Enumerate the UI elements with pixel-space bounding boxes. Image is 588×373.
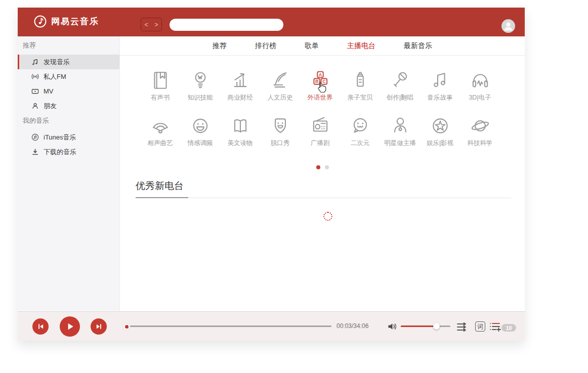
category-crosstalk[interactable]: 相声曲艺 bbox=[140, 115, 180, 148]
sidebar: 推荐 发现音乐 私人FM MV bbox=[18, 36, 120, 311]
category-star-host[interactable]: 明星做主播 bbox=[380, 115, 420, 148]
itunes-icon bbox=[31, 133, 39, 141]
app-logo: 网易云音乐 bbox=[33, 15, 99, 28]
play-icon bbox=[65, 322, 74, 331]
radio-icon bbox=[310, 115, 331, 136]
playlist-button[interactable] bbox=[489, 322, 501, 334]
abc-blocks-icon: A B C bbox=[310, 70, 331, 91]
play-mode-button[interactable] bbox=[456, 322, 469, 334]
tab-radio[interactable]: 主播电台 bbox=[347, 41, 375, 51]
category-business[interactable]: 商业财经 bbox=[220, 70, 260, 102]
netease-logo-icon bbox=[33, 15, 47, 28]
previous-track-button[interactable] bbox=[32, 318, 49, 335]
category-radio-drama[interactable]: 广播剧 bbox=[300, 115, 340, 148]
default-avatar-icon bbox=[501, 19, 515, 33]
category-talkshow[interactable]: 脱口秀 bbox=[260, 115, 300, 148]
player-bar: 00:03/34:06 词 bbox=[18, 311, 525, 341]
content-tabbar: 推荐 排行榜 歌单 主播电台 最新音乐 bbox=[120, 36, 525, 56]
section-title: 优秀新电台 bbox=[136, 179, 511, 193]
svg-text:A: A bbox=[318, 72, 322, 77]
tab-newest-music[interactable]: 最新音乐 bbox=[404, 41, 432, 51]
sidebar-section-recommend: 推荐 bbox=[18, 36, 119, 55]
app-title: 网易云音乐 bbox=[51, 16, 99, 27]
volume-slider[interactable] bbox=[401, 325, 450, 327]
sidebar-item-label: 私人FM bbox=[44, 72, 66, 81]
category-science[interactable]: 科技科学 bbox=[460, 115, 500, 148]
book-icon bbox=[150, 70, 171, 91]
smiley-icon bbox=[190, 115, 211, 136]
tab-recommend[interactable]: 推荐 bbox=[213, 41, 227, 51]
sidebar-item-downloaded-music[interactable]: 下载的音乐 bbox=[18, 145, 119, 159]
lyrics-button[interactable]: 词 bbox=[475, 321, 485, 332]
forward-button[interactable]: > bbox=[151, 18, 161, 31]
star-circle-icon bbox=[430, 115, 451, 136]
category-music-story[interactable]: 音乐故事 bbox=[420, 70, 460, 102]
search-input[interactable] bbox=[170, 19, 283, 31]
category-audiobook[interactable]: 有声书 bbox=[140, 70, 180, 102]
sidebar-item-label: MV bbox=[44, 87, 54, 95]
volume-fill bbox=[401, 325, 437, 327]
history-nav: < > bbox=[141, 18, 162, 31]
user-avatar[interactable] bbox=[501, 19, 515, 33]
category-emotion-fm[interactable]: 情感调频 bbox=[180, 115, 220, 148]
radio-category-grid: 有声书 知识技能 商业财经 bbox=[140, 70, 525, 148]
folding-fan-icon bbox=[150, 115, 171, 136]
headphones-icon bbox=[470, 70, 491, 91]
volume-handle[interactable] bbox=[433, 323, 440, 330]
category-essay-reading[interactable]: 美文读物 bbox=[220, 115, 260, 148]
category-pagination bbox=[120, 165, 525, 169]
category-entertainment[interactable]: 娱乐|影视 bbox=[420, 115, 460, 148]
comedy-mask-icon bbox=[270, 115, 291, 136]
header-bar: 网易云音乐 < > bbox=[18, 8, 525, 36]
sidebar-item-personal-fm[interactable]: 私人FM bbox=[18, 69, 119, 84]
chart-up-icon bbox=[230, 70, 251, 91]
category-3d-electronic[interactable]: 3D|电子 bbox=[460, 70, 500, 102]
skip-previous-icon bbox=[37, 323, 45, 330]
time-display: 00:03/34:06 bbox=[337, 322, 368, 330]
baby-bottle-icon bbox=[350, 70, 371, 91]
sidebar-item-friends[interactable]: 朋友 bbox=[18, 99, 119, 113]
sidebar-item-label: iTunes音乐 bbox=[44, 133, 76, 142]
category-acg[interactable]: 二次元 bbox=[340, 115, 380, 148]
mv-video-icon bbox=[31, 87, 39, 95]
play-button[interactable] bbox=[60, 316, 80, 337]
fm-waves-icon bbox=[31, 73, 39, 80]
back-button[interactable]: < bbox=[141, 18, 151, 31]
svg-text:C: C bbox=[322, 79, 326, 84]
pagination-dot-2[interactable] bbox=[325, 165, 329, 169]
planet-icon bbox=[470, 115, 491, 136]
main-content: 推荐 排行榜 歌单 主播电台 最新音乐 有声书 知识技能 bbox=[120, 36, 525, 311]
friends-person-icon bbox=[31, 102, 39, 110]
progress-handle[interactable] bbox=[123, 323, 130, 330]
app-window: 网易云音乐 < > 推荐 发现音乐 bbox=[18, 8, 525, 341]
next-track-button[interactable] bbox=[91, 318, 107, 335]
category-foreign-language[interactable]: A B C 外语世界 bbox=[300, 70, 340, 102]
section-divider bbox=[136, 198, 511, 198]
sidebar-item-itunes-music[interactable]: iTunes音乐 bbox=[18, 130, 119, 145]
speech-bubble-face-icon bbox=[350, 115, 371, 136]
sidebar-item-label: 朋友 bbox=[44, 102, 57, 111]
sidebar-item-discover-music[interactable]: 发现音乐 bbox=[18, 55, 119, 69]
loading-spinner bbox=[323, 212, 332, 221]
svg-text:B: B bbox=[315, 79, 318, 84]
tab-charts[interactable]: 排行榜 bbox=[255, 41, 276, 51]
category-knowledge[interactable]: 知识技能 bbox=[180, 70, 220, 102]
category-history[interactable]: 人文历史 bbox=[260, 70, 300, 102]
sidebar-item-label: 下载的音乐 bbox=[44, 148, 76, 157]
quill-icon bbox=[270, 70, 291, 91]
playlist-count-badge: 10 bbox=[501, 324, 516, 332]
pagination-dot-1[interactable] bbox=[316, 165, 320, 169]
music-note-icon bbox=[31, 58, 39, 66]
volume-icon[interactable] bbox=[388, 322, 398, 333]
sidebar-item-mv[interactable]: MV bbox=[18, 84, 119, 99]
category-parenting[interactable]: 亲子宝贝 bbox=[340, 70, 380, 102]
progress-track[interactable] bbox=[130, 325, 331, 327]
new-radio-section-header: 优秀新电台 bbox=[136, 179, 511, 198]
category-cover-creation[interactable]: 创作|翻唱 bbox=[380, 70, 420, 102]
open-book-icon bbox=[230, 115, 251, 136]
skip-next-icon bbox=[95, 323, 103, 330]
sidebar-item-label: 发现音乐 bbox=[44, 58, 70, 67]
microphone-icon bbox=[390, 70, 411, 91]
person-host-icon bbox=[390, 115, 411, 136]
tab-playlists[interactable]: 歌单 bbox=[305, 41, 319, 51]
